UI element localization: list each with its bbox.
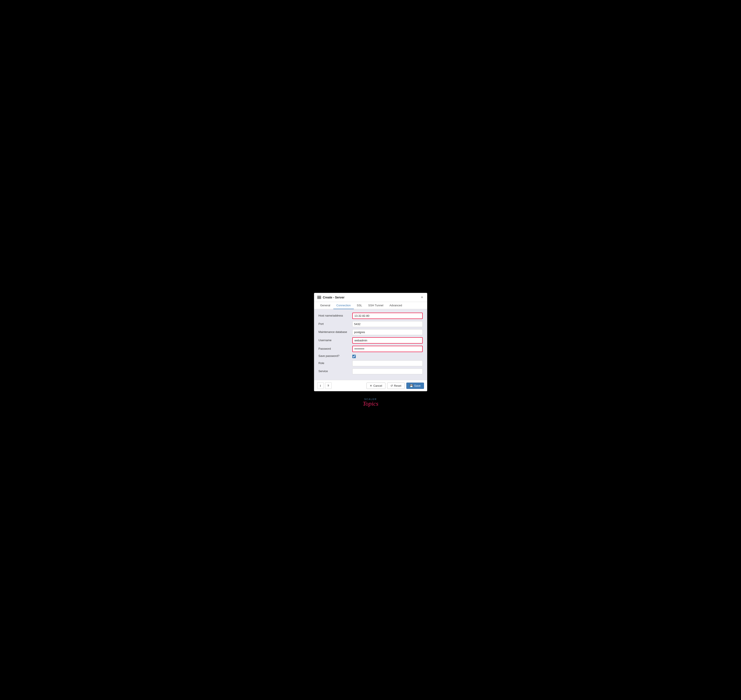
username-input[interactable] (352, 337, 423, 344)
tab-ssh-tunnel[interactable]: SSH Tunnel (365, 302, 386, 309)
maintenance-db-label: Maintenance database (319, 330, 352, 334)
cancel-icon: ✕ (370, 384, 372, 387)
password-input[interactable] (352, 346, 423, 352)
footer-left: i ? (317, 382, 332, 389)
port-label: Port (319, 322, 352, 326)
port-row: Port (319, 321, 423, 327)
watermark: SCALER Topics (363, 398, 378, 407)
role-input[interactable] (352, 360, 423, 366)
service-label: Service (319, 369, 352, 373)
dialog-titlebar: Create - Server × (314, 293, 427, 302)
tab-ssl[interactable]: SSL (354, 302, 365, 309)
save-label: Save (414, 384, 421, 387)
role-row: Role (319, 360, 423, 366)
watermark-topics: Topics (363, 400, 378, 407)
reset-icon: ↺ (390, 384, 393, 387)
save-password-label: Save password? (319, 354, 352, 358)
host-label: Host name/address (319, 314, 352, 318)
username-row: Username (319, 337, 423, 344)
reset-button[interactable]: ↺ Reset (387, 382, 404, 389)
help-button[interactable]: ? (325, 382, 332, 389)
dialog-title-text: Create - Server (323, 296, 345, 299)
save-button[interactable]: 💾 Save (406, 382, 424, 389)
service-row: Service (319, 368, 423, 374)
save-password-checkbox-wrapper (352, 354, 356, 358)
service-input[interactable] (352, 368, 423, 374)
tab-advanced[interactable]: Advanced (386, 302, 405, 309)
dialog-body: Host name/address Port Maintenance datab… (314, 309, 427, 380)
username-label: Username (319, 338, 352, 342)
cancel-label: Cancel (373, 384, 382, 387)
server-icon (317, 296, 321, 299)
dialog-footer: i ? ✕ Cancel ↺ Reset 💾 Save (314, 380, 427, 391)
close-button[interactable]: × (420, 295, 424, 300)
port-input[interactable] (352, 321, 423, 327)
footer-right: ✕ Cancel ↺ Reset 💾 Save (366, 382, 424, 389)
host-row: Host name/address (319, 313, 423, 319)
password-label: Password (319, 347, 352, 351)
maintenance-db-input[interactable] (352, 329, 423, 335)
tab-general[interactable]: General (317, 302, 333, 309)
password-row: Password (319, 346, 423, 352)
tabs-bar: General Connection SSL SSH Tunnel Advanc… (314, 302, 427, 309)
role-label: Role (319, 362, 352, 365)
create-server-dialog: Create - Server × General Connection SSL… (314, 293, 427, 391)
cancel-button[interactable]: ✕ Cancel (366, 382, 385, 389)
save-password-checkbox[interactable] (352, 355, 356, 358)
dialog-title: Create - Server (317, 296, 345, 299)
reset-label: Reset (394, 384, 401, 387)
info-button[interactable]: i (317, 382, 324, 389)
save-icon: 💾 (410, 384, 413, 387)
host-input[interactable] (352, 313, 423, 319)
tab-connection[interactable]: Connection (333, 302, 354, 309)
maintenance-db-row: Maintenance database (319, 329, 423, 335)
save-password-row: Save password? (319, 354, 423, 358)
